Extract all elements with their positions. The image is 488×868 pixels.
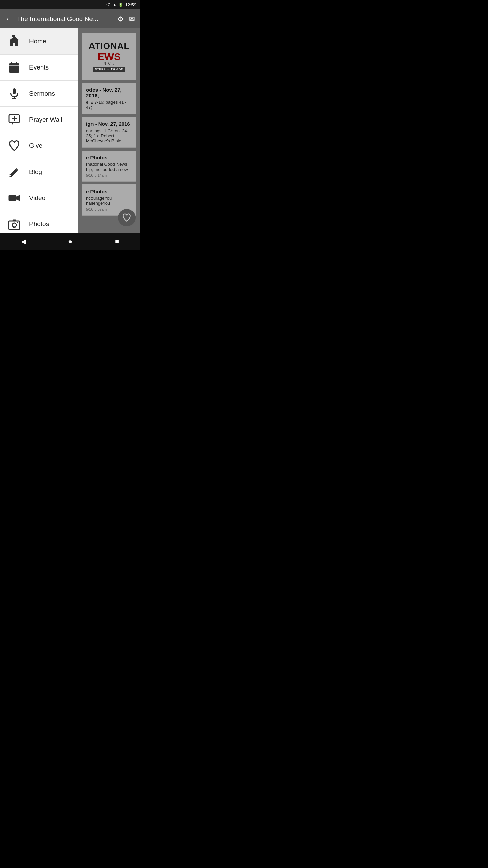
svg-rect-19 — [9, 195, 17, 201]
svg-marker-20 — [16, 195, 20, 201]
sidebar-drawer: Home Events — [0, 28, 78, 233]
svg-rect-9 — [11, 70, 13, 72]
svg-rect-8 — [16, 67, 18, 69]
content-card-2: e Photos rnational Good News hip, Inc. a… — [82, 151, 136, 182]
microphone-icon — [7, 86, 22, 101]
sidebar-label-home: Home — [29, 38, 46, 45]
header-title: The International Good Ne... — [17, 15, 114, 23]
header-actions: ⚙ ✉ — [118, 15, 135, 23]
sidebar-item-prayer-wall[interactable]: Prayer Wall — [0, 107, 78, 133]
nav-home-button[interactable]: ● — [60, 235, 80, 248]
card-title-0: odes - Nov. 27, 2016; — [86, 87, 132, 98]
status-bar: 4G ▲ 🔋 12:59 — [0, 0, 140, 9]
sidebar-item-photos[interactable]: Photos — [0, 211, 78, 233]
home-icon — [7, 34, 22, 49]
card-time-2: 5/16 8:14am — [86, 173, 132, 177]
svg-rect-6 — [11, 67, 13, 69]
sidebar-item-video[interactable]: Video — [0, 185, 78, 211]
sidebar-label-blog: Blog — [29, 168, 42, 176]
card-title-2: e Photos — [86, 155, 132, 160]
content-card-1: ign - Nov. 27, 2016 eadings: 1 Chron. 24… — [82, 117, 136, 148]
svg-rect-11 — [13, 88, 16, 94]
clock: 12:59 — [125, 2, 136, 7]
back-button[interactable]: ← — [5, 15, 13, 23]
sidebar-label-events: Events — [29, 64, 49, 71]
logo-line2: EWS — [89, 52, 130, 62]
logo-tagline: NTERS WITH GOD — [93, 67, 125, 72]
nav-back-button[interactable]: ◀ — [13, 235, 34, 248]
prayer-icon — [7, 112, 22, 127]
logo-inc: N C . — [89, 62, 130, 65]
sidebar-item-blog[interactable]: Blog — [0, 159, 78, 185]
svg-rect-23 — [17, 222, 19, 223]
signal-bars-icon: ▲ — [113, 3, 117, 7]
fab-heart-button[interactable] — [118, 209, 136, 226]
sidebar-item-events[interactable]: Events — [0, 55, 78, 81]
settings-icon[interactable]: ⚙ — [118, 15, 124, 23]
sidebar-label-sermons: Sermons — [29, 90, 55, 97]
card-title-3: e Photos — [86, 189, 132, 194]
card-body-0: el 2:7-16; pages 41 - 47; — [86, 100, 132, 110]
content-area: ATIONAL EWS N C . NTERS WITH GOD odes - … — [78, 28, 140, 233]
heart-icon — [7, 138, 22, 153]
sidebar-item-give[interactable]: Give — [0, 133, 78, 159]
bottom-nav: ◀ ● ■ — [0, 233, 140, 250]
app-header: ← The International Good Ne... ⚙ ✉ — [0, 9, 140, 28]
pencil-icon — [7, 164, 22, 179]
camera-icon — [7, 217, 22, 232]
card-body-1: eadings: 1 Chron. 24-25; 1 g Robert McCh… — [86, 128, 132, 143]
card-title-1: ign - Nov. 27, 2016 — [86, 121, 132, 127]
sidebar-item-home[interactable]: Home — [0, 28, 78, 55]
logo-line1: ATIONAL — [89, 41, 130, 52]
sidebar-label-give: Give — [29, 142, 42, 150]
video-icon — [7, 191, 22, 205]
sidebar-item-sermons[interactable]: Sermons — [0, 81, 78, 107]
main-layout: Home Events — [0, 28, 140, 233]
church-logo-text: ATIONAL EWS N C . NTERS WITH GOD — [89, 41, 130, 72]
battery-icon: 🔋 — [118, 3, 123, 7]
email-icon[interactable]: ✉ — [129, 15, 135, 23]
svg-marker-17 — [11, 123, 13, 125]
card-body-3: ncourageYou hallengeYou — [86, 196, 132, 206]
sidebar-label-photos: Photos — [29, 220, 49, 228]
calendar-icon — [7, 60, 22, 75]
sidebar-label-video: Video — [29, 194, 45, 202]
nav-recent-button[interactable]: ■ — [107, 235, 127, 248]
signal-icon: 4G — [106, 3, 111, 7]
content-overlay: ATIONAL EWS N C . NTERS WITH GOD odes - … — [78, 28, 140, 233]
svg-point-22 — [12, 223, 16, 227]
card-body-2: rnational Good News hip, Inc. added a ne… — [86, 162, 132, 172]
content-card-0: odes - Nov. 27, 2016; el 2:7-16; pages 4… — [82, 83, 136, 114]
svg-rect-7 — [14, 67, 15, 69]
sidebar-label-prayer-wall: Prayer Wall — [29, 116, 62, 123]
church-logo: ATIONAL EWS N C . NTERS WITH GOD — [82, 33, 136, 80]
svg-rect-10 — [14, 70, 15, 72]
